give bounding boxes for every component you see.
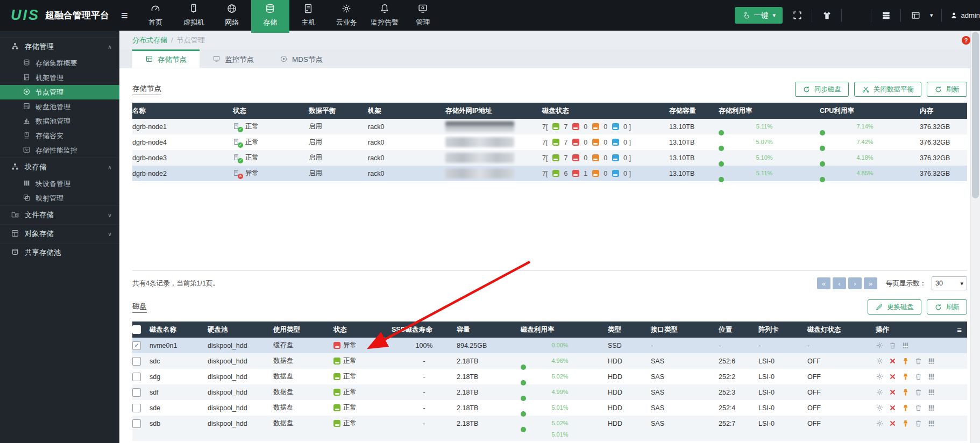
tab-存储节点[interactable]: 存储节点 <box>132 49 200 68</box>
refresh-disks-button[interactable]: 刷新 <box>927 299 967 315</box>
disk-capacity: 894.25GB <box>457 342 521 349</box>
nav-item-主机[interactable]: 主机 <box>289 0 328 31</box>
disk-table-row[interactable]: sdf diskpool_hdd 数据盘 正常 - 2.18TB 4.99% H… <box>132 384 967 400</box>
username: admin <box>961 11 980 19</box>
theme-shirt-button[interactable] <box>820 9 833 22</box>
nav-item-云业务[interactable]: 云业务 <box>328 0 366 31</box>
tab-监控节点[interactable]: 监控节点 <box>200 49 267 68</box>
node-table-row[interactable]: dgrb-node2 ✕异常 启用 rack0 7[ 6 1 0 0 ] 13.… <box>132 166 967 181</box>
prev-page-button[interactable]: ‹ <box>833 277 846 289</box>
settings-gear-icon[interactable] <box>876 419 884 427</box>
replace-disk-button[interactable]: 更换磁盘 <box>868 299 921 315</box>
sidebar-item-块设备管理[interactable]: 块设备管理 <box>0 176 119 191</box>
remove-x-icon[interactable] <box>889 388 897 396</box>
row-checkbox[interactable] <box>132 373 150 381</box>
nav-item-监控告警[interactable]: 监控告警 <box>366 0 404 31</box>
sidebar-item-存储性能监控[interactable]: 存储性能监控 <box>0 143 119 158</box>
breadcrumb-separator: / <box>171 36 173 44</box>
trash-icon[interactable] <box>914 357 922 365</box>
settings-gear-icon[interactable] <box>876 357 884 365</box>
row-checkbox[interactable] <box>132 357 150 366</box>
next-page-button[interactable]: › <box>848 277 862 289</box>
settings-gear-icon[interactable] <box>876 404 884 412</box>
vertical-scrollbar[interactable] <box>970 31 980 443</box>
row-checkbox[interactable] <box>132 388 150 397</box>
remove-x-icon[interactable] <box>889 404 897 412</box>
rack-slots-icon[interactable] <box>927 404 935 412</box>
sidebar-item-映射管理[interactable]: 映射管理 <box>0 191 119 205</box>
disk-light-torch-icon[interactable] <box>901 357 910 365</box>
remove-x-icon[interactable] <box>889 357 897 365</box>
disk-light-torch-icon[interactable] <box>901 388 910 396</box>
sidebar-group-对象存储[interactable]: 对象存储 ∨ <box>0 225 119 243</box>
disk-table-row[interactable]: sde diskpool_hdd 数据盘 正常 - 2.18TB 5.01% H… <box>132 400 967 416</box>
sidebar-item-存储集群概要[interactable]: 存储集群概要 <box>0 56 119 70</box>
help-icon[interactable]: ? <box>962 36 970 45</box>
disk-light-torch-icon[interactable] <box>901 419 910 427</box>
user-menu[interactable]: admin <box>950 11 980 19</box>
nav-item-网络[interactable]: 网络 <box>213 0 251 31</box>
sidebar-group: 共享存储池 <box>0 243 119 262</box>
sidebar-group-块存储[interactable]: 块存储 ∧ <box>0 158 119 176</box>
page-size-select[interactable]: 30▾ <box>932 276 967 290</box>
trash-icon[interactable] <box>914 388 922 396</box>
one-key-button[interactable]: 一键 ▾ <box>735 7 783 24</box>
menu-toggle-icon[interactable]: ≡ <box>121 0 128 31</box>
disk-table-row[interactable]: sdc diskpool_hdd 数据盘 正常 - 2.18TB 4.96% H… <box>132 353 967 369</box>
last-page-button[interactable]: » <box>864 277 877 289</box>
trash-icon[interactable] <box>914 419 922 427</box>
fullscreen-button[interactable] <box>791 9 804 22</box>
row-checkbox[interactable] <box>132 419 150 428</box>
trash-icon[interactable] <box>914 404 922 412</box>
row-checkbox[interactable] <box>132 404 150 412</box>
settings-gear-icon[interactable] <box>876 373 884 381</box>
settings-gear-icon[interactable] <box>876 341 884 349</box>
sidebar-group-文件存储[interactable]: 文件存储 ∨ <box>0 206 119 224</box>
node-table-row[interactable]: dgrb-node1 ✓正常 启用 rack0 7[ 7 0 0 0 ] 13.… <box>132 119 967 134</box>
disk-table-row-partial[interactable]: 5.01% <box>132 431 967 441</box>
sidebar-group-存储管理[interactable]: 存储管理 ∧ <box>0 38 119 56</box>
column-config-icon[interactable]: ≡ <box>957 325 962 334</box>
sidebar-group-共享存储池[interactable]: 共享存储池 <box>0 244 119 262</box>
sidebar-item-硬盘池管理[interactable]: 硬盘池管理 <box>0 99 119 114</box>
nav-item-首页[interactable]: 首页 <box>137 0 175 31</box>
sidebar-item-存储容灾[interactable]: 存储容灾 <box>0 128 119 143</box>
rack-slots-icon[interactable] <box>927 373 935 381</box>
scrollbar-thumb[interactable] <box>972 32 979 198</box>
select-all-checkbox[interactable] <box>132 325 150 334</box>
column-header: 接口类型 <box>651 325 719 334</box>
trash-icon[interactable] <box>914 373 922 381</box>
nav-item-管理[interactable]: 管理 <box>404 0 442 31</box>
settings-gear-icon[interactable] <box>876 388 884 396</box>
refresh-nodes-button[interactable]: 刷新 <box>927 82 967 97</box>
rack-slots-icon[interactable] <box>927 419 935 427</box>
sync-disk-button[interactable]: 同步磁盘 <box>795 82 849 97</box>
alarm-bell-button[interactable] <box>850 9 863 22</box>
sidebar-item-机架管理[interactable]: 机架管理 <box>0 70 119 85</box>
node-table-row[interactable]: dgrb-node3 ✓正常 启用 rack0 7[ 7 0 0 0 ] 13.… <box>132 150 967 166</box>
rack-slots-icon[interactable] <box>927 357 935 365</box>
trash-icon[interactable] <box>889 341 897 349</box>
node-table-row[interactable]: dgrb-node4 ✓正常 启用 rack0 7[ 7 0 0 0 ] 13.… <box>132 134 967 150</box>
rack-slots-icon[interactable] <box>927 388 935 396</box>
sidebar-item-节点管理[interactable]: 节点管理 <box>0 85 119 99</box>
close-data-balance-button[interactable]: 关闭数据平衡 <box>854 82 921 97</box>
disk-status-counts: 7[ 7 0 0 0 ] <box>542 154 669 162</box>
layout-panel-button[interactable] <box>909 9 922 22</box>
sidebar-item-数据池管理[interactable]: 数据池管理 <box>0 114 119 128</box>
nav-item-虚拟机[interactable]: 虚拟机 <box>175 0 213 31</box>
disk-table-row[interactable]: sdg diskpool_hdd 数据盘 正常 - 2.18TB 5.02% H… <box>132 369 967 384</box>
nav-item-存储[interactable]: 存储 <box>251 0 289 31</box>
task-list-button[interactable] <box>879 9 892 22</box>
rack-slots-icon[interactable] <box>901 341 910 349</box>
remove-x-icon[interactable] <box>889 373 897 381</box>
breadcrumb-parent[interactable]: 分布式存储 <box>132 35 167 45</box>
disk-light-torch-icon[interactable] <box>901 373 910 381</box>
disk-table-row[interactable]: sdb diskpool_hdd 数据盘 正常 - 2.18TB 5.02% H… <box>132 416 967 431</box>
disk-light-torch-icon[interactable] <box>901 404 910 412</box>
disk-table-row[interactable]: ✓ nvme0n1 diskpool_hdd 缓存盘 异常 100% 894.2… <box>132 338 967 353</box>
first-page-button[interactable]: « <box>817 277 830 289</box>
tab-MDS节点[interactable]: MDS节点 <box>267 49 336 68</box>
row-checkbox[interactable]: ✓ <box>132 341 150 350</box>
remove-x-icon[interactable] <box>889 419 897 427</box>
